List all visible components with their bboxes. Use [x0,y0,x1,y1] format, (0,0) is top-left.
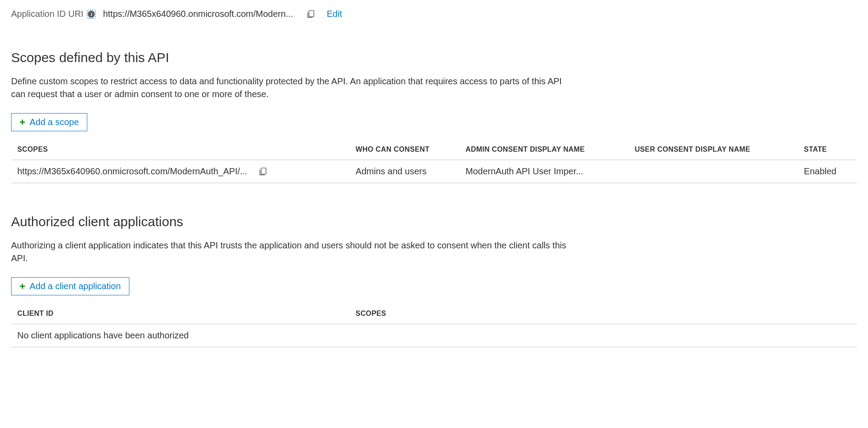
add-client-application-button[interactable]: + Add a client application [11,277,129,295]
scopes-description: Define custom scopes to restrict access … [11,75,578,101]
table-row: No client applications have been authori… [11,324,857,347]
svg-rect-1 [261,168,266,174]
col-header-state[interactable]: STATE [798,139,857,160]
edit-link[interactable]: Edit [327,9,342,19]
col-header-who-can-consent[interactable]: WHO CAN CONSENT [350,139,459,160]
clients-heading: Authorized client applications [11,214,857,229]
copy-icon[interactable] [258,167,268,177]
col-header-user-consent[interactable]: USER CONSENT DISPLAY NAME [629,139,798,160]
scope-value: https://M365x640960.onmicrosoft.com/Mode… [17,166,247,177]
add-scope-button[interactable]: + Add a scope [11,113,87,131]
admin-consent-value: ModernAuth API User Imper... [459,160,629,183]
svg-rect-0 [309,10,314,16]
clients-empty-message: No client applications have been authori… [11,324,857,347]
info-icon[interactable]: i [87,10,96,19]
scopes-table: SCOPES WHO CAN CONSENT ADMIN CONSENT DIS… [11,139,857,183]
col-header-client-scopes[interactable]: SCOPES [350,303,857,324]
table-row[interactable]: https://M365x640960.onmicrosoft.com/Mode… [11,160,857,183]
state-value: Enabled [798,160,857,183]
copy-icon[interactable] [306,9,315,19]
user-consent-value [629,160,798,183]
who-can-consent-value: Admins and users [350,160,459,183]
application-id-uri-row: Application ID URI i https://M365x640960… [11,9,857,19]
add-client-label: Add a client application [30,281,121,291]
application-id-uri-value: https://M365x640960.onmicrosoft.com/Mode… [103,9,293,19]
col-header-admin-consent[interactable]: ADMIN CONSENT DISPLAY NAME [459,139,629,160]
application-id-uri-label: Application ID URI [11,9,83,19]
plus-icon: + [19,282,25,291]
clients-table: CLIENT ID SCOPES No client applications … [11,303,857,347]
add-scope-label: Add a scope [30,117,79,127]
col-header-client-id[interactable]: CLIENT ID [11,303,350,324]
plus-icon: + [19,118,25,127]
clients-description: Authorizing a client application indicat… [11,239,578,265]
col-header-scopes[interactable]: SCOPES [11,139,350,160]
scopes-heading: Scopes defined by this API [11,50,857,65]
